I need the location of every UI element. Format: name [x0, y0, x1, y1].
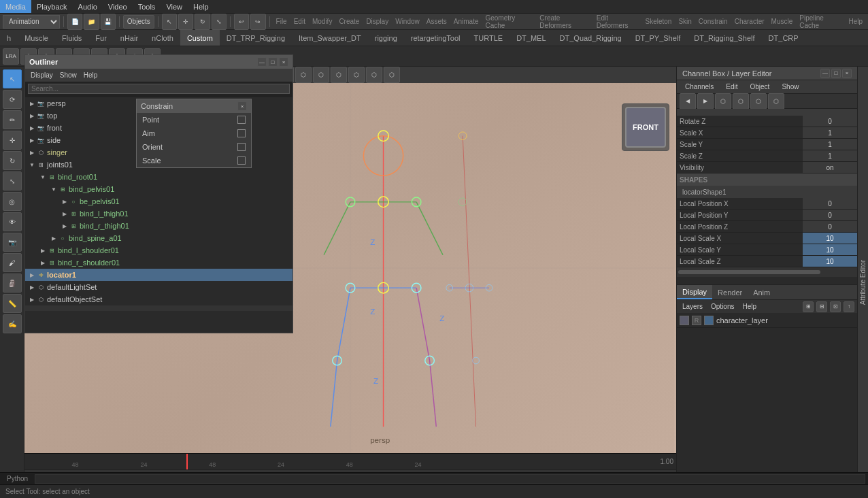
move-tool-btn[interactable]: ✛: [3, 131, 22, 150]
shelf-tab-h[interactable]: h: [0, 30, 18, 46]
channel-value-scalex[interactable]: 1: [803, 127, 857, 138]
channel-row-locscalez[interactable]: Local Scale Z 10: [677, 256, 857, 267]
layer-icon-character[interactable]: [704, 316, 714, 325]
expand-top[interactable]: ▶: [28, 112, 36, 120]
constrain-item-scale[interactable]: Scale: [137, 154, 251, 167]
layer-list[interactable]: R character_layer: [677, 313, 857, 488]
channel-value-scaley[interactable]: 1: [803, 139, 857, 150]
cb-minimize-btn[interactable]: —: [820, 69, 830, 78]
channel-row-locscalex[interactable]: Local Scale X 10: [677, 233, 857, 244]
objects-btn[interactable]: Objects: [123, 15, 154, 29]
menubar-constrain[interactable]: Constrain: [696, 18, 731, 25]
expand-bind-root[interactable]: ▼: [39, 173, 47, 181]
menubar-animate[interactable]: Animate: [451, 18, 482, 25]
select-btn[interactable]: ↖: [162, 14, 177, 30]
expand-be-pelvis[interactable]: ▶: [61, 197, 69, 205]
redo-btn[interactable]: ↪: [250, 14, 265, 30]
channel-value-locposx[interactable]: 0: [803, 198, 857, 209]
shelf-tab-muscle[interactable]: Muscle: [18, 30, 55, 46]
menu-audio[interactable]: Audio: [73, 0, 103, 13]
sculpt-btn[interactable]: 🗿: [3, 273, 22, 293]
layer-menu-help[interactable]: Help: [739, 300, 759, 313]
layer-tab-display[interactable]: Display: [677, 285, 712, 299]
expand-locator1[interactable]: ▶: [28, 271, 36, 279]
open-scene-btn[interactable]: 📁: [84, 14, 99, 30]
layer-tab-render[interactable]: Render: [712, 285, 748, 299]
channel-row-scalex[interactable]: Scale X 1: [677, 127, 857, 139]
channel-value-vis[interactable]: on: [803, 162, 857, 173]
channel-row-locscaley[interactable]: Local Scale Y 10: [677, 244, 857, 256]
expand-singer[interactable]: ▶: [28, 148, 36, 156]
channel-value-rotatez[interactable]: 0: [803, 116, 857, 127]
menubar-help[interactable]: Help: [846, 18, 865, 25]
layer-vis-character[interactable]: [680, 316, 689, 325]
channel-value-locscaley[interactable]: 10: [803, 244, 857, 255]
channel-row-rotatez[interactable]: Rotate Z 0: [677, 116, 857, 127]
menubar-skeleton[interactable]: Skeleton: [642, 18, 674, 25]
cb-menu-object[interactable]: Object: [745, 80, 775, 93]
tree-item-default-light-set[interactable]: ▶ ⬡ defaultLightSet: [25, 281, 293, 293]
expand-bind-pelvis[interactable]: ▼: [50, 185, 58, 193]
channel-value-locscalex[interactable]: 10: [803, 233, 857, 244]
menu-tools[interactable]: Tools: [133, 0, 161, 13]
channel-value-scalez[interactable]: 1: [803, 150, 857, 161]
layer-icon3[interactable]: ⊡: [830, 301, 841, 312]
tree-item-bind-r-thigh[interactable]: ▶ ⊞ bind_r_thigh01: [25, 220, 293, 232]
rotate-tool-btn[interactable]: ↻: [3, 151, 22, 170]
camera-btn[interactable]: 📷: [3, 233, 22, 252]
shelf-tab-fluids[interactable]: Fluids: [55, 30, 88, 46]
expand-persp[interactable]: ▶: [28, 99, 36, 107]
vp-icon16[interactable]: ⬡: [384, 67, 400, 83]
channel-row-locposy[interactable]: Local Position Y 0: [677, 210, 857, 221]
shelf-tab-nhair[interactable]: nHair: [114, 30, 145, 46]
shelf-tab-turtle[interactable]: TURTLE: [467, 30, 510, 46]
outliner-menu-help[interactable]: Help: [81, 69, 101, 82]
shelf-tab-dt-py[interactable]: DT_PY_Shelf: [629, 30, 688, 46]
constrain-close-btn[interactable]: ×: [237, 101, 247, 111]
outliner-maximize-btn[interactable]: □: [268, 57, 278, 67]
outliner-menu-display[interactable]: Display: [28, 69, 56, 82]
cb-icon4[interactable]: ⬡: [733, 93, 749, 110]
menu-video[interactable]: Video: [103, 0, 133, 13]
cb-scrollbar-bottom[interactable]: [677, 267, 857, 277]
select-tool-btn[interactable]: ↖: [3, 69, 22, 88]
orientation-cube[interactable]: FRONT: [622, 103, 669, 151]
vp-icon13[interactable]: ⬡: [331, 67, 347, 83]
vp-icon11[interactable]: ⬡: [295, 67, 312, 83]
layer-menu-layers[interactable]: Layers: [680, 300, 705, 313]
paint-btn[interactable]: ✏: [3, 110, 22, 129]
shelf-tab-fur[interactable]: Fur: [88, 30, 114, 46]
tree-item-bind-r-shoulder[interactable]: ▶ ⊞ bind_r_shoulder01: [25, 256, 293, 269]
tree-item-bind-l-thigh[interactable]: ▶ ⊞ bind_l_thigh01: [25, 208, 293, 220]
outliner-menu-show[interactable]: Show: [57, 69, 80, 82]
expand-bind-l-shoulder[interactable]: ▶: [39, 246, 47, 254]
layer-icon1[interactable]: ⊞: [803, 301, 814, 312]
menubar-display[interactable]: Display: [363, 18, 391, 25]
layer-row-character[interactable]: R character_layer: [677, 313, 857, 328]
tree-item-bind-root[interactable]: ▼ ⊞ bind_root01: [25, 171, 293, 183]
shelf-tab-item-swapper[interactable]: Item_Swapper_DT: [292, 30, 368, 46]
cb-menu-edit[interactable]: Edit: [720, 80, 743, 93]
menubar-skin[interactable]: Skin: [675, 18, 694, 25]
constrain-check-aim[interactable]: [237, 129, 246, 137]
channel-box-scroll[interactable]: Rotate Z 0 Scale X 1 Scale Y 1 Scale Z 1…: [677, 109, 857, 284]
attribute-editor-tab[interactable]: Attribute Editor: [857, 67, 868, 498]
menubar-character[interactable]: Character: [732, 18, 767, 25]
new-scene-btn[interactable]: 📄: [67, 14, 82, 30]
channel-value-locposz[interactable]: 0: [803, 221, 857, 232]
shelf-tab-dt-rigging[interactable]: DT_Rigging_Shelf: [687, 30, 761, 46]
expand-default-object-set[interactable]: ▶: [28, 295, 36, 303]
save-scene-btn[interactable]: 💾: [101, 14, 116, 30]
channel-row-locposx[interactable]: Local Position X 0: [677, 198, 857, 210]
expand-bind-r-thigh[interactable]: ▶: [61, 222, 69, 230]
outliner-close-btn[interactable]: ×: [279, 57, 288, 67]
undo-btn[interactable]: ↩: [234, 14, 249, 30]
cb-icon6[interactable]: ⬡: [768, 93, 784, 110]
channel-row-vis[interactable]: Visibility on: [677, 162, 857, 173]
expand-default-light-set[interactable]: ▶: [28, 283, 36, 291]
paint-attr-btn[interactable]: 🖌: [3, 253, 22, 272]
expand-bind-spine[interactable]: ▶: [50, 234, 58, 242]
menubar-createdef[interactable]: Create Deformers: [537, 14, 592, 29]
constrain-check-orient[interactable]: [237, 143, 246, 151]
vp-icon12[interactable]: ⬡: [313, 67, 329, 83]
